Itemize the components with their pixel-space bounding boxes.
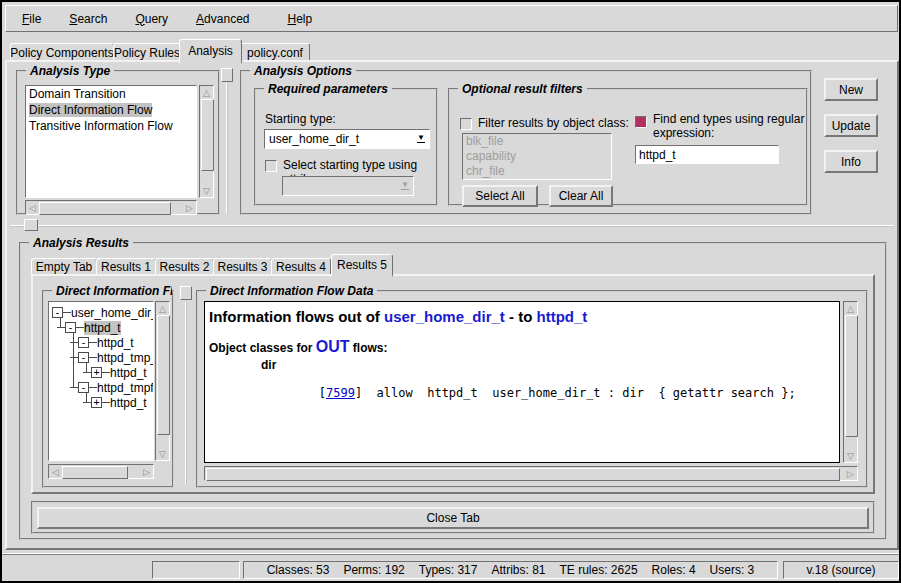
scroll-thumb[interactable] bbox=[157, 315, 170, 435]
scroll-right-icon[interactable]: ▷ bbox=[844, 467, 857, 480]
filter-object-class-row[interactable]: Filter results by object class: bbox=[460, 116, 629, 130]
analysis-type-group: Analysis Type Domain Transition Direct I… bbox=[16, 70, 220, 215]
analysis-type-item[interactable]: Domain Transition bbox=[26, 86, 196, 102]
analysis-results-title: Analysis Results bbox=[29, 236, 133, 250]
regex-input[interactable] bbox=[635, 145, 779, 164]
results-sash-handle[interactable] bbox=[180, 286, 192, 300]
menu-file-rest: ile bbox=[29, 12, 41, 26]
tree-toggle-icon[interactable]: + bbox=[91, 367, 102, 378]
flow-tree-hscroll[interactable]: ◁ ▷ bbox=[48, 464, 154, 479]
tree-node[interactable]: -httpd_t bbox=[57, 320, 153, 335]
tree-node-label[interactable]: httpd_tmp_t bbox=[97, 351, 154, 365]
tree-toggle-icon[interactable]: - bbox=[78, 337, 89, 348]
regex-checkbox-checked[interactable] bbox=[635, 116, 647, 128]
menu-advanced-key: A bbox=[196, 12, 204, 26]
scroll-right-icon[interactable]: ▷ bbox=[183, 201, 196, 214]
tree-toggle-icon[interactable]: - bbox=[78, 382, 89, 393]
optional-filters-group: Optional result filters Filter results b… bbox=[448, 88, 808, 206]
flow-data-vscroll[interactable]: △ ▽ bbox=[843, 301, 858, 463]
analysis-type-listbox[interactable]: Domain Transition Direct Information Flo… bbox=[25, 85, 197, 198]
analysis-type-item[interactable]: Direct Information Flow bbox=[26, 102, 196, 118]
scroll-down-icon[interactable]: ▽ bbox=[844, 449, 857, 462]
close-tab-label: Close Tab bbox=[426, 511, 479, 525]
flow-direction: OUT bbox=[316, 338, 350, 355]
tree-node[interactable]: -user_home_dir_t bbox=[52, 305, 153, 320]
tree-node[interactable]: -httpd_t bbox=[70, 335, 153, 350]
vertical-sash-handle[interactable] bbox=[221, 68, 233, 82]
stat-te-rules: TE rules: 2625 bbox=[560, 563, 638, 577]
menu-advanced[interactable]: Advanced bbox=[186, 9, 259, 29]
results-tab-4[interactable]: Results 4 bbox=[271, 258, 331, 275]
scroll-left-icon[interactable]: ◁ bbox=[26, 201, 39, 214]
menu-file[interactable]: File bbox=[12, 9, 51, 29]
tree-node[interactable]: -httpd_tmp_t bbox=[70, 350, 153, 365]
menu-search[interactable]: Search bbox=[59, 9, 117, 29]
tree-node-label[interactable]: httpd_t bbox=[97, 336, 134, 350]
results-tab-2[interactable]: Results 2 bbox=[155, 258, 214, 275]
scroll-up-icon[interactable]: △ bbox=[844, 302, 857, 315]
filter-object-class-checkbox[interactable] bbox=[460, 118, 472, 130]
clear-all-button[interactable]: Clear All bbox=[549, 185, 613, 207]
tree-node-label[interactable]: httpd_t bbox=[110, 396, 147, 410]
update-button[interactable]: Update bbox=[824, 114, 878, 137]
flow-data-textarea[interactable]: Information flows out of user_home_dir_t… bbox=[204, 301, 840, 463]
tree-toggle-icon[interactable]: - bbox=[52, 307, 63, 318]
stat-attribs: Attribs: 81 bbox=[491, 563, 545, 577]
scroll-up-icon[interactable]: △ bbox=[156, 302, 169, 315]
object-class-item: blk_file bbox=[463, 134, 611, 149]
tree-node-label-selected[interactable]: httpd_t bbox=[84, 321, 121, 335]
flow-data-hscroll[interactable]: ▷ bbox=[204, 466, 858, 481]
tree-node[interactable]: -httpd_tmpfs_t bbox=[70, 380, 153, 395]
stat-types: Types: 317 bbox=[419, 563, 478, 577]
select-all-button[interactable]: Select All bbox=[462, 185, 538, 207]
tree-toggle-icon[interactable]: - bbox=[65, 322, 76, 333]
scroll-up-icon[interactable]: △ bbox=[200, 86, 213, 99]
results-tab-1[interactable]: Results 1 bbox=[96, 258, 156, 275]
tab-analysis-active[interactable]: Analysis bbox=[179, 39, 242, 64]
scroll-thumb[interactable] bbox=[62, 466, 128, 479]
filter-object-class-label: Filter results by object class: bbox=[478, 116, 629, 130]
tree-node-label[interactable]: httpd_t bbox=[110, 366, 147, 380]
results-tab-3[interactable]: Results 3 bbox=[213, 258, 272, 275]
tab-analysis-label: Analysis bbox=[188, 44, 233, 58]
analysis-type-vscroll[interactable]: △ ▽ bbox=[199, 85, 214, 198]
starting-type-combobox[interactable]: user_home_dir_t ▼ bbox=[264, 129, 430, 149]
tree-toggle-icon[interactable]: - bbox=[78, 352, 89, 363]
chevron-down-icon[interactable]: ▼ bbox=[413, 130, 429, 148]
menu-query-key: Q bbox=[135, 12, 144, 26]
tree-node[interactable]: +httpd_t bbox=[83, 365, 153, 380]
tree-toggle-icon[interactable]: + bbox=[91, 397, 102, 408]
results-tab-2-label: Results 2 bbox=[159, 260, 209, 274]
scroll-left-icon[interactable]: ◁ bbox=[49, 465, 62, 478]
flow-tree-vscroll[interactable]: △ ▽ bbox=[155, 301, 170, 461]
scroll-right-icon[interactable]: ▷ bbox=[140, 465, 153, 478]
regex-checkbox-row[interactable]: Find end types using regular expression: bbox=[635, 112, 804, 140]
new-button[interactable]: New bbox=[824, 78, 878, 101]
results-tab-5-active[interactable]: Results 5 bbox=[331, 254, 393, 277]
tree-node-label[interactable]: httpd_tmpfs_t bbox=[97, 381, 154, 395]
required-parameters-title: Required parameters bbox=[264, 82, 392, 96]
tab-policy-rules-label: Policy Rules bbox=[114, 46, 180, 60]
scroll-thumb[interactable] bbox=[206, 468, 840, 481]
attrib-checkbox[interactable] bbox=[265, 160, 277, 172]
flow-tree-canvas[interactable]: -user_home_dir_t -httpd_t -httpd_t -http… bbox=[48, 301, 154, 461]
vertical-sash-line bbox=[226, 82, 228, 214]
scroll-thumb[interactable] bbox=[201, 99, 214, 171]
analysis-type-item[interactable]: Transitive Information Flow bbox=[26, 118, 196, 134]
close-tab-button[interactable]: Close Tab bbox=[37, 507, 869, 529]
statusbar-empty-panel bbox=[152, 561, 240, 579]
scroll-thumb[interactable] bbox=[39, 202, 171, 215]
menu-help-rest: elp bbox=[296, 12, 312, 26]
tree-node[interactable]: +httpd_t bbox=[83, 395, 153, 410]
rule-number-link[interactable]: 7599 bbox=[326, 386, 355, 400]
info-button[interactable]: Info bbox=[824, 150, 878, 173]
tree-node-label[interactable]: user_home_dir_t bbox=[71, 306, 154, 320]
horizontal-sash-handle[interactable] bbox=[24, 219, 38, 231]
menu-help[interactable]: Help bbox=[277, 9, 322, 29]
scroll-down-icon[interactable]: ▽ bbox=[156, 447, 169, 460]
menu-query[interactable]: Query bbox=[125, 9, 178, 29]
results-tab-empty[interactable]: Empty Tab bbox=[31, 258, 97, 275]
analysis-type-hscroll[interactable]: ◁ ▷ bbox=[25, 200, 197, 215]
scroll-thumb[interactable] bbox=[845, 315, 858, 437]
scroll-down-icon[interactable]: ▽ bbox=[200, 184, 213, 197]
